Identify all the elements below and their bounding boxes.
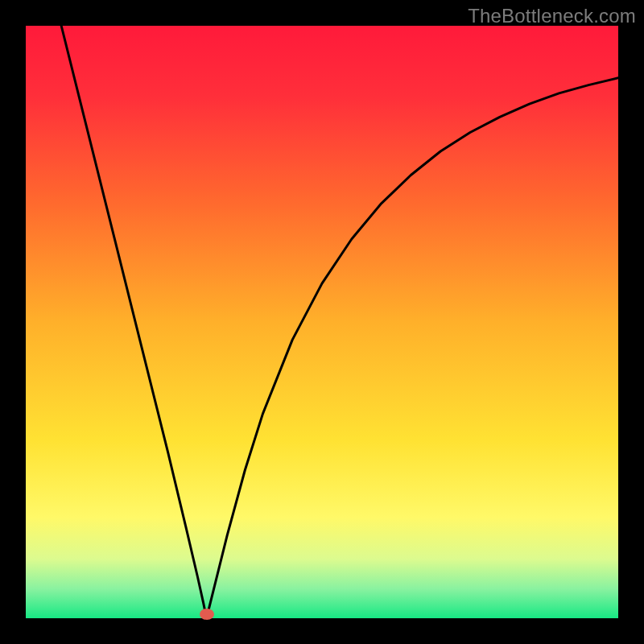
plot-frame — [26, 26, 618, 618]
watermark-text: TheBottleneck.com — [468, 5, 636, 27]
minimum-marker — [200, 609, 214, 620]
bottleneck-curve — [26, 26, 618, 618]
